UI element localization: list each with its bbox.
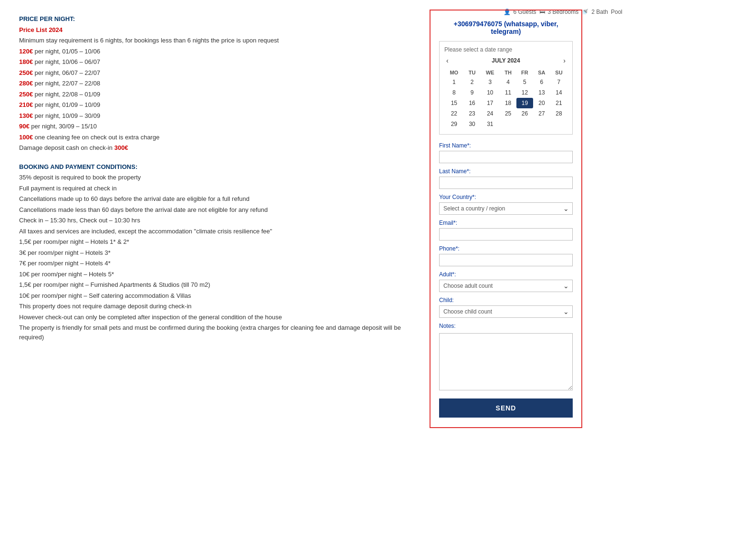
cal-day[interactable]: 17	[481, 98, 500, 108]
cal-day[interactable]: 10	[481, 87, 500, 98]
right-panel: +306979476075 (whatsapp, viber, telegram…	[430, 10, 582, 428]
adult-select-wrapper: Choose adult count 1 2 3 4 5 6 ⌄	[439, 280, 573, 292]
price-amount: 90€	[19, 123, 30, 130]
cal-day[interactable]: 5	[516, 77, 533, 87]
cal-day[interactable]: 31	[481, 119, 500, 129]
country-select[interactable]: Select a country / region	[439, 202, 573, 215]
country-select-wrapper: Select a country / region ⌄	[439, 202, 573, 215]
booking-line: 1,5€ per room/per night – Hotels 1* & 2*	[19, 237, 410, 247]
price-list-title: Price List 2024	[19, 25, 410, 35]
cal-dow: TH	[500, 68, 516, 77]
cal-day[interactable]: 30	[464, 119, 481, 129]
cal-day[interactable]: 20	[533, 98, 550, 108]
booking-lines: 35% deposit is required to book the prop…	[19, 173, 410, 342]
phone-number: +306979476075 (whatsapp, viber, telegram…	[439, 20, 573, 35]
phone-input[interactable]	[439, 254, 573, 266]
cal-day[interactable]: 8	[444, 87, 464, 98]
cal-day[interactable]: 22	[444, 108, 464, 119]
damage-deposit-text: Damage deposit cash on check-in 300€	[19, 143, 410, 153]
cal-day[interactable]: 6	[533, 77, 550, 87]
last-name-input[interactable]	[439, 177, 573, 189]
cal-day	[500, 119, 516, 129]
page-wrapper: PRICE PER NIGHT: Price List 2024 Minimum…	[0, 0, 756, 438]
prev-month-button[interactable]: ‹	[444, 57, 451, 64]
price-amount: 210€	[19, 101, 33, 108]
booking-line: 1,5€ per room/per night – Furnished Apar…	[19, 280, 410, 290]
notes-textarea[interactable]	[439, 333, 573, 390]
cal-week-row: 293031	[444, 119, 567, 129]
cal-day[interactable]: 18	[500, 98, 516, 108]
cal-day[interactable]: 26	[516, 108, 533, 119]
price-line: 100€ one cleaning fee on check out is ex…	[19, 133, 410, 142]
cal-day[interactable]: 12	[516, 87, 533, 98]
email-input[interactable]	[439, 228, 573, 241]
booking-line: All taxes and services are included, exc…	[19, 227, 410, 236]
cal-day[interactable]: 21	[550, 98, 567, 108]
next-month-button[interactable]: ›	[561, 57, 567, 64]
email-label: Email*:	[439, 220, 573, 226]
booking-line: 7€ per room/per night – Hotels 4*	[19, 259, 410, 268]
price-line: 210€ per night, 01/09 – 10/09	[19, 100, 410, 110]
cal-day[interactable]: 23	[464, 108, 481, 119]
prices-list: 120€ per night, 01/05 – 10/06180€ per ni…	[19, 47, 410, 142]
cal-day[interactable]: 3	[481, 77, 500, 87]
cal-day[interactable]: 29	[444, 119, 464, 129]
price-amount: 100€	[19, 134, 33, 141]
cal-day[interactable]: 16	[464, 98, 481, 108]
cal-day[interactable]: 4	[500, 77, 516, 87]
cal-day[interactable]: 11	[500, 87, 516, 98]
booking-title: BOOKING AND PAYMENT CONDITIONS:	[19, 162, 410, 172]
cal-day[interactable]: 19	[516, 98, 533, 108]
phone-label: Phone*:	[439, 245, 573, 252]
price-amount: 250€	[19, 69, 33, 76]
cal-day[interactable]: 24	[481, 108, 500, 119]
booking-line: 10€ per room/per night – Self catering a…	[19, 291, 410, 301]
price-amount: 130€	[19, 112, 33, 119]
booking-line: Cancellations made up to 60 days before …	[19, 194, 410, 204]
cal-day	[550, 119, 567, 129]
booking-line: The property is friendly for small pets …	[19, 323, 410, 342]
cal-day[interactable]: 14	[550, 87, 567, 98]
price-amount: 180€	[19, 58, 33, 65]
first-name-input[interactable]	[439, 151, 573, 163]
cal-dow: MO	[444, 68, 464, 77]
price-amount: 250€	[19, 91, 33, 98]
adult-label: Adult*:	[439, 271, 573, 278]
cal-day[interactable]: 15	[444, 98, 464, 108]
cal-day[interactable]: 9	[464, 87, 481, 98]
child-label: Child:	[439, 297, 573, 304]
cal-day	[516, 119, 533, 129]
cal-day[interactable]: 27	[533, 108, 550, 119]
child-select[interactable]: Choose child count 0 1 2 3 4	[439, 305, 573, 318]
country-label: Your Country*:	[439, 194, 573, 200]
send-button[interactable]: SEND	[439, 398, 573, 418]
calendar-header: ‹ JULY 2024 ›	[444, 57, 567, 64]
calendar-placeholder: Please select a date range	[444, 46, 567, 53]
cal-dow: SU	[550, 68, 567, 77]
price-line: 130€ per night, 10/09 – 30/09	[19, 111, 410, 121]
cal-day[interactable]: 25	[500, 108, 516, 119]
cal-day[interactable]: 28	[550, 108, 567, 119]
child-select-wrapper: Choose child count 0 1 2 3 4 ⌄	[439, 305, 573, 318]
cal-day[interactable]: 7	[550, 77, 567, 87]
cal-week-row: 15161718192021	[444, 98, 567, 108]
cal-week-row: 22232425262728	[444, 108, 567, 119]
adult-select[interactable]: Choose adult count 1 2 3 4 5 6	[439, 280, 573, 292]
price-line: 180€ per night, 10/06 – 06/07	[19, 57, 410, 67]
booking-line: This property does not require damage de…	[19, 302, 410, 311]
cal-day[interactable]: 1	[444, 77, 464, 87]
calendar: Please select a date range ‹ JULY 2024 ›…	[439, 41, 573, 135]
last-name-label: Last Name*:	[439, 168, 573, 175]
cal-day[interactable]: 13	[533, 87, 550, 98]
booking-line: 3€ per room/per night – Hotels 3*	[19, 248, 410, 258]
cal-dow: FR	[516, 68, 533, 77]
pool-text: Pool	[611, 9, 622, 15]
price-line: 250€ per night, 22/08 – 01/09	[19, 90, 410, 99]
price-section-title: PRICE PER NIGHT:	[19, 14, 410, 24]
price-line: 250€ per night, 06/07 – 22/07	[19, 68, 410, 78]
cal-day[interactable]: 2	[464, 77, 481, 87]
min-stay-text: Minimum stay requirement is 6 nights, fo…	[19, 36, 410, 45]
cal-week-row: 1234567	[444, 77, 567, 87]
booking-section: BOOKING AND PAYMENT CONDITIONS: 35% depo…	[19, 162, 410, 342]
notes-label: Notes:	[439, 323, 573, 329]
